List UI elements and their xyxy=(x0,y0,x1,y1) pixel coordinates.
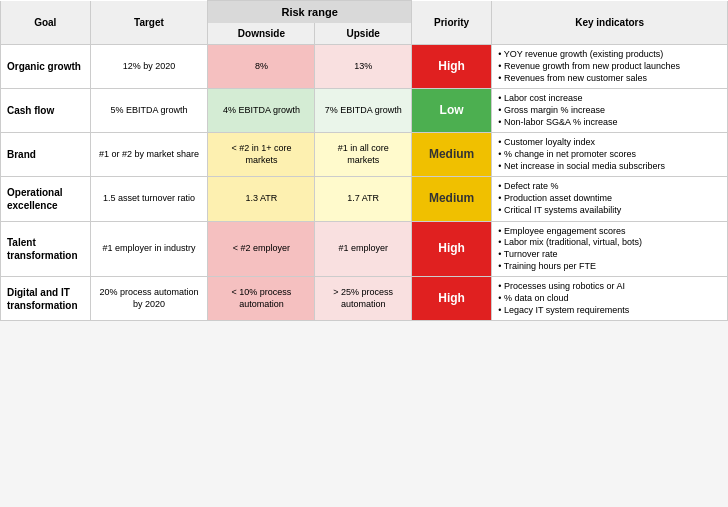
col-header-priority: Priority xyxy=(411,1,491,45)
key-indicator-item: Customer loyalty index xyxy=(498,137,721,149)
upside-cell-cash-flow: 7% EBITDA growth xyxy=(315,89,411,133)
downside-cell-brand: < #2 in 1+ core markets xyxy=(208,133,315,177)
target-cell-digital-it-transformation: 20% process automation by 2020 xyxy=(90,277,208,321)
key-indicator-item: Gross margin % increase xyxy=(498,105,721,117)
table-row-organic-growth: Organic growth12% by 20208%13%HighYOY re… xyxy=(1,45,728,89)
key-indicator-item: % change in net promoter scores xyxy=(498,149,721,161)
key-indicator-item: Critical IT systems availability xyxy=(498,205,721,217)
key-indicator-item: Turnover rate xyxy=(498,249,721,261)
table-row-digital-it-transformation: Digital and IT transformation20% process… xyxy=(1,277,728,321)
downside-cell-cash-flow: 4% EBITDA growth xyxy=(208,89,315,133)
key-indicator-item: Revenue growth from new product launches xyxy=(498,61,721,73)
goal-cell-digital-it-transformation: Digital and IT transformation xyxy=(1,277,91,321)
target-cell-organic-growth: 12% by 2020 xyxy=(90,45,208,89)
key-indicator-item: Legacy IT system requirements xyxy=(498,305,721,317)
key-indicator-item: Employee engagement scores xyxy=(498,226,721,238)
priority-cell-digital-it-transformation: High xyxy=(411,277,491,321)
table-row-talent-transformation: Talent transformation#1 employer in indu… xyxy=(1,221,728,277)
key-indicators-cell-cash-flow: Labor cost increaseGross margin % increa… xyxy=(492,89,728,133)
goal-cell-operational-excellence: Operational excellence xyxy=(1,177,91,221)
upside-cell-organic-growth: 13% xyxy=(315,45,411,89)
target-cell-talent-transformation: #1 employer in industry xyxy=(90,221,208,277)
col-header-key-indicators: Key indicators xyxy=(492,1,728,45)
key-indicator-item: Training hours per FTE xyxy=(498,261,721,273)
key-indicator-item: % data on cloud xyxy=(498,293,721,305)
target-cell-brand: #1 or #2 by market share xyxy=(90,133,208,177)
key-indicator-item: YOY revenue growth (existing products) xyxy=(498,49,721,61)
priority-cell-brand: Medium xyxy=(411,133,491,177)
goal-cell-cash-flow: Cash flow xyxy=(1,89,91,133)
col-header-upside: Upside xyxy=(315,23,411,45)
downside-cell-digital-it-transformation: < 10% process automation xyxy=(208,277,315,321)
risk-range-header: Risk range xyxy=(208,1,412,24)
col-header-target: Target xyxy=(90,1,208,45)
col-header-goal: Goal xyxy=(1,1,91,45)
goal-cell-brand: Brand xyxy=(1,133,91,177)
key-indicator-item: Production asset downtime xyxy=(498,193,721,205)
key-indicator-item: Revenues from new customer sales xyxy=(498,73,721,85)
key-indicator-item: Labor cost increase xyxy=(498,93,721,105)
target-cell-cash-flow: 5% EBITDA growth xyxy=(90,89,208,133)
downside-cell-organic-growth: 8% xyxy=(208,45,315,89)
key-indicator-item: Non-labor SG&A % increase xyxy=(498,117,721,129)
key-indicator-item: Net increase in social media subscribers xyxy=(498,161,721,173)
upside-cell-talent-transformation: #1 employer xyxy=(315,221,411,277)
key-indicator-item: Processes using robotics or AI xyxy=(498,281,721,293)
risk-table: Goal Target Risk range Priority Key indi… xyxy=(0,0,728,321)
goal-cell-talent-transformation: Talent transformation xyxy=(1,221,91,277)
goal-cell-organic-growth: Organic growth xyxy=(1,45,91,89)
upside-cell-operational-excellence: 1.7 ATR xyxy=(315,177,411,221)
upside-cell-digital-it-transformation: > 25% process automation xyxy=(315,277,411,321)
key-indicators-cell-talent-transformation: Employee engagement scoresLabor mix (tra… xyxy=(492,221,728,277)
table-row-cash-flow: Cash flow5% EBITDA growth4% EBITDA growt… xyxy=(1,89,728,133)
table-row-brand: Brand#1 or #2 by market share< #2 in 1+ … xyxy=(1,133,728,177)
key-indicators-cell-organic-growth: YOY revenue growth (existing products)Re… xyxy=(492,45,728,89)
key-indicator-item: Labor mix (traditional, virtual, bots) xyxy=(498,237,721,249)
priority-cell-cash-flow: Low xyxy=(411,89,491,133)
col-header-downside: Downside xyxy=(208,23,315,45)
priority-cell-operational-excellence: Medium xyxy=(411,177,491,221)
table-row-operational-excellence: Operational excellence1.5 asset turnover… xyxy=(1,177,728,221)
downside-cell-talent-transformation: < #2 employer xyxy=(208,221,315,277)
key-indicators-cell-digital-it-transformation: Processes using robotics or AI% data on … xyxy=(492,277,728,321)
key-indicators-cell-operational-excellence: Defect rate %Production asset downtimeCr… xyxy=(492,177,728,221)
priority-cell-organic-growth: High xyxy=(411,45,491,89)
priority-cell-talent-transformation: High xyxy=(411,221,491,277)
key-indicator-item: Defect rate % xyxy=(498,181,721,193)
upside-cell-brand: #1 in all core markets xyxy=(315,133,411,177)
key-indicators-cell-brand: Customer loyalty index% change in net pr… xyxy=(492,133,728,177)
downside-cell-operational-excellence: 1.3 ATR xyxy=(208,177,315,221)
target-cell-operational-excellence: 1.5 asset turnover ratio xyxy=(90,177,208,221)
